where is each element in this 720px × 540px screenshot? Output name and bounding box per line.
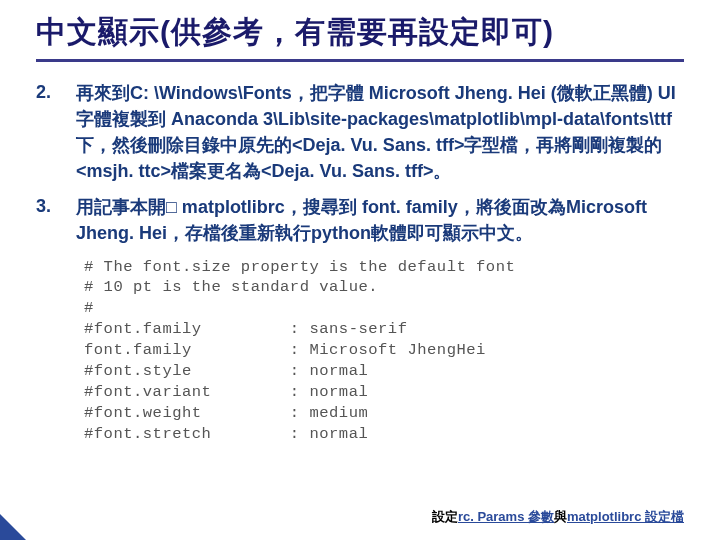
footer-mid: 與: [554, 509, 567, 524]
list-number: 3.: [36, 194, 70, 246]
footer-link-rcparams[interactable]: rc. Params 參數: [458, 509, 554, 524]
instruction-list: 2. 再來到C: \Windows\Fonts，把字體 Microsoft Jh…: [36, 80, 684, 247]
list-number: 2.: [36, 80, 70, 184]
code-snippet: # The font.size property is the default …: [84, 257, 684, 445]
corner-decoration: [0, 514, 26, 540]
list-text: 用記事本開□ matplotlibrc，搜尋到 font. family，將後面…: [76, 194, 684, 246]
list-text: 再來到C: \Windows\Fonts，把字體 Microsoft Jheng…: [76, 80, 684, 184]
footer-link-matplotlibrc[interactable]: matplotlibrc 設定檔: [567, 509, 684, 524]
footer-reference: 設定rc. Params 參數與matplotlibrc 設定檔: [432, 508, 684, 526]
slide-title: 中文顯示(供參考，有需要再設定即可): [36, 12, 684, 62]
footer-prefix: 設定: [432, 509, 458, 524]
